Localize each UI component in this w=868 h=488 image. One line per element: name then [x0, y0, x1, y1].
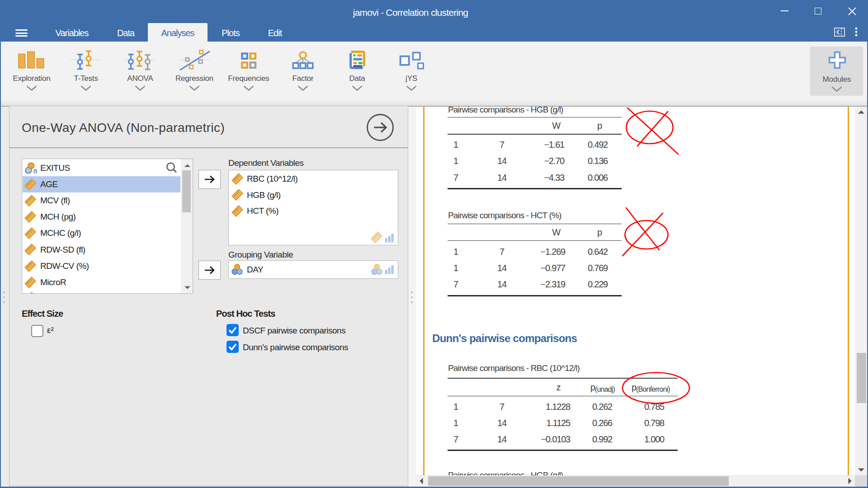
svg-text:a: a [33, 167, 38, 174]
